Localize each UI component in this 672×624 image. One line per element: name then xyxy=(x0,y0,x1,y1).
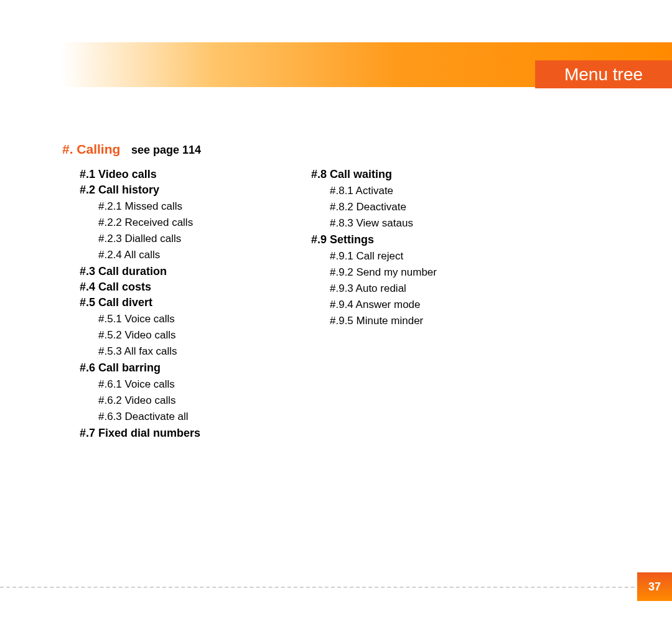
menu-subitem-divert-fax: #.5.3 All fax calls xyxy=(62,345,249,358)
menu-subitem-barring-voice: #.6.1 Voice calls xyxy=(62,378,249,391)
menu-subitem-received-calls: #.2.2 Received calls xyxy=(62,217,249,229)
section-page-ref: see page 114 xyxy=(131,144,201,156)
menu-subitem-divert-voice: #.5.1 Voice calls xyxy=(62,313,249,325)
header-tab-text: Menu tree xyxy=(564,65,643,85)
menu-subitem-barring-deactivate: #.6.3 Deactivate all xyxy=(62,411,249,423)
page-number-box: 37 xyxy=(637,572,672,601)
header-tab: Menu tree xyxy=(535,60,672,88)
menu-column-1: #.1 Video calls #.2 Call history #.2.1 M… xyxy=(62,165,249,442)
menu-subitem-all-calls: #.2.4 All calls xyxy=(62,249,249,261)
menu-item-call-barring: #.6 Call barring xyxy=(62,361,249,375)
page-number: 37 xyxy=(648,580,661,594)
menu-columns: #.1 Video calls #.2 Call history #.2.1 M… xyxy=(62,165,610,442)
menu-subitem-minute-minder: #.9.5 Minute minder xyxy=(294,315,480,327)
menu-subitem-waiting-status: #.8.3 View sataus xyxy=(294,217,480,230)
menu-item-call-costs: #.4 Call costs xyxy=(62,281,249,294)
menu-item-call-waiting: #.8 Call waiting xyxy=(294,168,480,181)
menu-subitem-call-reject: #.9.1 Call reject xyxy=(294,250,480,263)
menu-item-fixed-dial: #.7 Fixed dial numbers xyxy=(62,427,249,440)
menu-subitem-waiting-deactivate: #.8.2 Deactivate xyxy=(294,201,480,213)
menu-subitem-waiting-activate: #.8.1 Activate xyxy=(294,185,480,197)
menu-subitem-send-number: #.9.2 Send my number xyxy=(294,266,480,279)
menu-subitem-dialled-calls: #.2.3 Dialled calls xyxy=(62,233,249,245)
menu-subitem-missed-calls: #.2.1 Missed calls xyxy=(62,200,249,213)
section-title: #. Calling see page 114 xyxy=(62,142,610,157)
menu-subitem-divert-video: #.5.2 Video calls xyxy=(62,329,249,342)
content-area: #. Calling see page 114 #.1 Video calls … xyxy=(62,142,610,442)
menu-item-call-duration: #.3 Call duration xyxy=(62,265,249,278)
menu-item-video-calls: #.1 Video calls xyxy=(62,168,249,181)
menu-subitem-answer-mode: #.9.4 Answer mode xyxy=(294,299,480,311)
section-number: #. xyxy=(62,142,73,156)
section-name: Calling xyxy=(77,142,120,156)
menu-item-call-divert: #.5 Call divert xyxy=(62,296,249,309)
menu-item-settings: #.9 Settings xyxy=(294,233,480,246)
menu-item-call-history: #.2 Call history xyxy=(62,184,249,197)
menu-column-2: #.8 Call waiting #.8.1 Activate #.8.2 De… xyxy=(294,165,480,442)
menu-subitem-auto-redial: #.9.3 Auto redial xyxy=(294,282,480,295)
menu-subitem-barring-video: #.6.2 Video calls xyxy=(62,394,249,407)
footer-divider xyxy=(0,587,672,588)
